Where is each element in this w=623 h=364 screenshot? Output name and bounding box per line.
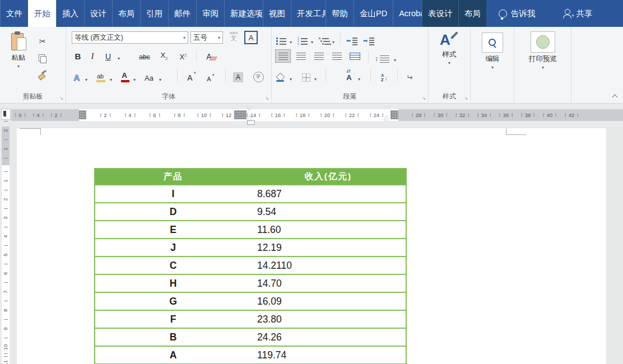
text-effects-button[interactable]: A — [71, 68, 83, 83]
font-size-combo[interactable]: 五号 ▾ — [190, 31, 223, 44]
asian-layout-dropdown[interactable]: ▾ — [356, 68, 362, 83]
change-case-dropdown[interactable]: ▾ — [157, 68, 164, 83]
revenue-cell[interactable]: 16.09 — [251, 292, 406, 310]
tab-table-layout[interactable]: 布局 — [458, 0, 486, 27]
styles-dialog-launcher[interactable]: ↘ — [463, 96, 468, 101]
table-left-edge-marker[interactable] — [79, 110, 86, 119]
asian-layout-button[interactable]: A — [342, 68, 356, 83]
revenue-cell[interactable]: 14.2110 — [251, 256, 406, 274]
revenue-cell[interactable]: 8.687 — [251, 185, 406, 203]
revenue-cell[interactable]: 24.26 — [251, 328, 406, 346]
tab-developer[interactable]: 开发工具 — [291, 0, 326, 27]
bullets-dropdown[interactable]: ▾ — [287, 32, 294, 46]
numbering-dropdown[interactable]: ▾ — [309, 32, 315, 46]
tab-home[interactable]: 开始 — [28, 0, 56, 27]
line-spacing-dropdown[interactable]: ▾ — [392, 50, 398, 64]
tab-view[interactable]: 视图 — [263, 0, 291, 27]
print-preview-button[interactable]: 打印预览 ▾ — [529, 31, 557, 70]
font-dialog-launcher[interactable]: ↘ — [264, 96, 269, 101]
product-cell[interactable]: J — [95, 239, 251, 256]
increase-indent-button[interactable]: ➡ — [361, 32, 376, 46]
revenue-cell[interactable]: 11.60 — [251, 221, 406, 239]
align-left-button[interactable] — [275, 49, 291, 63]
paste-button[interactable]: 粘贴 ▾ — [4, 31, 32, 69]
product-cell[interactable]: G — [95, 292, 251, 310]
bullets-button[interactable] — [275, 32, 287, 46]
tab-help[interactable]: 帮助 — [326, 0, 354, 27]
tab-stop-selector[interactable] — [1, 109, 11, 120]
align-center-button[interactable] — [293, 49, 309, 63]
borders-button[interactable] — [300, 68, 312, 83]
revenue-cell[interactable]: 23.80 — [251, 310, 406, 328]
tab-custom[interactable]: 新建选项 — [224, 0, 263, 27]
distribute-button[interactable] — [347, 49, 362, 63]
right-indent-marker[interactable]: △ — [384, 114, 389, 120]
show-marks-button[interactable]: ↵ — [402, 68, 417, 83]
paste-dropdown-arrow[interactable]: ▾ — [17, 64, 20, 69]
tab-page-layout[interactable]: 布局 — [112, 0, 140, 27]
decrease-indent-button[interactable]: ⬅ — [345, 32, 359, 46]
enclose-characters-button[interactable]: 字 — [251, 68, 266, 83]
change-case-button[interactable]: Aa — [141, 68, 157, 83]
tab-table-design[interactable]: 表设计 — [422, 0, 458, 27]
revenue-cell[interactable]: 14.70 — [251, 274, 406, 292]
phonetic-guide-button[interactable]: wén 文 — [226, 31, 241, 45]
shading-dropdown[interactable]: ▾ — [287, 68, 294, 83]
clear-formatting-button[interactable]: A — [201, 49, 217, 62]
revenue-cell[interactable]: 119.74 — [251, 346, 406, 364]
borders-dropdown[interactable]: ▾ — [312, 68, 319, 83]
underline-dropdown[interactable]: ▾ — [115, 49, 122, 62]
editing-button[interactable]: 编辑 ▾ — [478, 32, 506, 70]
tab-references[interactable]: 引用 — [140, 0, 168, 27]
shrink-font-button[interactable]: A — [202, 68, 216, 83]
product-cell[interactable]: B — [95, 328, 251, 346]
align-right-button[interactable] — [311, 49, 327, 63]
character-shading-button[interactable]: A — [231, 68, 245, 83]
tab-insert[interactable]: 插入 — [56, 0, 84, 27]
tab-review[interactable]: 审阅 — [196, 0, 224, 27]
font-color-dropdown[interactable]: ▾ — [131, 68, 138, 83]
format-painter-button[interactable] — [35, 68, 50, 82]
shading-button[interactable] — [274, 68, 287, 83]
tab-design[interactable]: 设计 — [84, 0, 112, 27]
font-name-combo[interactable]: 等线 (西文正文) ▾ — [72, 31, 188, 44]
tab-jinshan-pdf[interactable]: 金山PD — [354, 0, 393, 27]
tab-acrobat[interactable]: Acrobat — [393, 0, 422, 27]
tab-file[interactable]: 文件 — [0, 0, 28, 27]
first-line-indent-marker[interactable]: ▽ — [247, 105, 252, 111]
line-spacing-button[interactable]: ↕ — [373, 50, 392, 64]
collapse-ribbon-button[interactable] — [613, 94, 617, 99]
revenue-cell[interactable]: 9.54 — [251, 203, 406, 221]
styles-button[interactable]: A 样式 ▾ — [435, 31, 463, 66]
share-button[interactable]: + 共享 — [560, 0, 596, 27]
multilevel-list-button[interactable] — [318, 32, 330, 46]
page[interactable]: 产品 收入(亿元) I 8.687 D 9.54 — [17, 128, 606, 364]
product-cell[interactable]: A — [95, 346, 251, 364]
grow-font-button[interactable]: A — [182, 68, 198, 83]
table-right-edge-marker[interactable] — [390, 110, 398, 119]
subscript-button[interactable]: X2 — [157, 49, 171, 62]
product-cell[interactable]: H — [95, 274, 251, 292]
character-border-button[interactable]: A — [244, 31, 258, 44]
product-cell[interactable]: E — [95, 221, 251, 239]
text-effects-dropdown[interactable]: ▾ — [83, 68, 90, 83]
superscript-button[interactable]: X2 — [176, 49, 190, 62]
tab-mailings[interactable]: 邮件 — [168, 0, 196, 27]
clipboard-dialog-launcher[interactable]: ↘ — [59, 96, 64, 101]
justify-button[interactable] — [329, 49, 345, 63]
hanging-indent-marker[interactable]: △ — [247, 114, 252, 120]
product-cell[interactable]: D — [95, 203, 251, 221]
underline-button[interactable]: U — [101, 49, 115, 62]
bold-button[interactable]: B — [71, 49, 85, 62]
highlight-dropdown[interactable]: ▾ — [108, 68, 114, 83]
paragraph-dialog-launcher[interactable]: ↘ — [421, 96, 426, 101]
product-cell[interactable]: F — [95, 310, 251, 328]
strikethrough-button[interactable]: abc — [136, 49, 154, 62]
revenue-cell[interactable]: 12.19 — [251, 239, 406, 256]
highlight-button[interactable]: ab — [93, 68, 108, 83]
left-indent-marker[interactable] — [247, 120, 255, 125]
multilevel-dropdown[interactable]: ▾ — [330, 32, 337, 46]
product-cell[interactable]: I — [95, 185, 251, 203]
font-color-button[interactable]: A — [118, 68, 131, 83]
italic-button[interactable]: I — [86, 49, 99, 62]
